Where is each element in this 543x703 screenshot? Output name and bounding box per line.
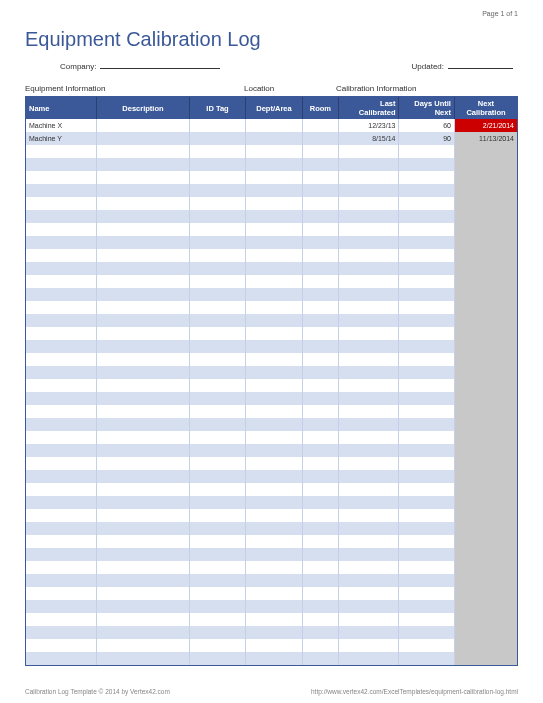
cell-next[interactable]: 2/21/2014	[454, 119, 517, 132]
cell-dept[interactable]	[246, 275, 302, 288]
cell-description[interactable]	[97, 509, 190, 522]
cell-room[interactable]	[302, 288, 338, 301]
cell-next[interactable]	[454, 522, 517, 535]
cell-room[interactable]	[302, 132, 338, 145]
cell-days[interactable]	[399, 405, 454, 418]
cell-name[interactable]: Machine X	[26, 119, 97, 132]
cell-next[interactable]	[454, 366, 517, 379]
cell-room[interactable]	[302, 340, 338, 353]
cell-last[interactable]: 12/23/13	[339, 119, 399, 132]
cell-days[interactable]	[399, 600, 454, 613]
cell-last[interactable]	[339, 561, 399, 574]
cell-name[interactable]	[26, 509, 97, 522]
cell-dept[interactable]	[246, 470, 302, 483]
cell-last[interactable]	[339, 288, 399, 301]
cell-description[interactable]	[97, 574, 190, 587]
cell-description[interactable]	[97, 223, 190, 236]
cell-name[interactable]	[26, 145, 97, 158]
cell-description[interactable]	[97, 353, 190, 366]
cell-next[interactable]	[454, 652, 517, 665]
cell-idtag[interactable]	[189, 158, 245, 171]
cell-description[interactable]	[97, 405, 190, 418]
cell-next[interactable]	[454, 405, 517, 418]
cell-room[interactable]	[302, 457, 338, 470]
cell-next[interactable]	[454, 301, 517, 314]
cell-description[interactable]	[97, 444, 190, 457]
cell-idtag[interactable]	[189, 626, 245, 639]
cell-days[interactable]	[399, 457, 454, 470]
cell-name[interactable]	[26, 353, 97, 366]
cell-idtag[interactable]	[189, 496, 245, 509]
cell-dept[interactable]	[246, 158, 302, 171]
cell-last[interactable]	[339, 145, 399, 158]
cell-days[interactable]	[399, 509, 454, 522]
cell-days[interactable]	[399, 548, 454, 561]
cell-name[interactable]	[26, 431, 97, 444]
cell-next[interactable]	[454, 470, 517, 483]
cell-last[interactable]	[339, 327, 399, 340]
cell-description[interactable]	[97, 600, 190, 613]
cell-next[interactable]	[454, 158, 517, 171]
cell-days[interactable]	[399, 249, 454, 262]
cell-dept[interactable]	[246, 652, 302, 665]
cell-description[interactable]	[97, 561, 190, 574]
cell-last[interactable]	[339, 236, 399, 249]
cell-last[interactable]	[339, 600, 399, 613]
cell-dept[interactable]	[246, 236, 302, 249]
cell-dept[interactable]	[246, 171, 302, 184]
cell-dept[interactable]	[246, 184, 302, 197]
cell-next[interactable]	[454, 210, 517, 223]
cell-last[interactable]	[339, 392, 399, 405]
cell-dept[interactable]	[246, 392, 302, 405]
cell-next[interactable]	[454, 197, 517, 210]
cell-description[interactable]	[97, 249, 190, 262]
cell-description[interactable]	[97, 418, 190, 431]
cell-dept[interactable]	[246, 262, 302, 275]
cell-description[interactable]	[97, 314, 190, 327]
cell-description[interactable]	[97, 379, 190, 392]
cell-next[interactable]	[454, 353, 517, 366]
cell-next[interactable]	[454, 340, 517, 353]
cell-days[interactable]	[399, 223, 454, 236]
cell-room[interactable]	[302, 197, 338, 210]
cell-next[interactable]	[454, 496, 517, 509]
cell-days[interactable]	[399, 535, 454, 548]
cell-dept[interactable]	[246, 223, 302, 236]
cell-name[interactable]	[26, 535, 97, 548]
cell-room[interactable]	[302, 119, 338, 132]
cell-description[interactable]	[97, 652, 190, 665]
cell-last[interactable]	[339, 184, 399, 197]
company-field[interactable]	[100, 60, 220, 69]
cell-idtag[interactable]	[189, 379, 245, 392]
cell-description[interactable]	[97, 626, 190, 639]
cell-days[interactable]	[399, 301, 454, 314]
cell-idtag[interactable]	[189, 132, 245, 145]
cell-name[interactable]	[26, 600, 97, 613]
cell-dept[interactable]	[246, 132, 302, 145]
cell-description[interactable]	[97, 639, 190, 652]
cell-last[interactable]	[339, 418, 399, 431]
cell-next[interactable]	[454, 483, 517, 496]
cell-name[interactable]	[26, 639, 97, 652]
cell-dept[interactable]	[246, 405, 302, 418]
cell-idtag[interactable]	[189, 197, 245, 210]
cell-next[interactable]	[454, 236, 517, 249]
cell-dept[interactable]	[246, 626, 302, 639]
cell-room[interactable]	[302, 405, 338, 418]
cell-name[interactable]	[26, 652, 97, 665]
cell-name[interactable]	[26, 444, 97, 457]
cell-room[interactable]	[302, 548, 338, 561]
cell-name[interactable]	[26, 418, 97, 431]
cell-idtag[interactable]	[189, 509, 245, 522]
cell-name[interactable]	[26, 197, 97, 210]
cell-last[interactable]	[339, 379, 399, 392]
cell-idtag[interactable]	[189, 457, 245, 470]
cell-description[interactable]	[97, 327, 190, 340]
cell-idtag[interactable]	[189, 184, 245, 197]
cell-next[interactable]	[454, 275, 517, 288]
cell-name[interactable]	[26, 249, 97, 262]
cell-dept[interactable]	[246, 288, 302, 301]
cell-room[interactable]	[302, 171, 338, 184]
cell-description[interactable]	[97, 431, 190, 444]
cell-description[interactable]	[97, 522, 190, 535]
